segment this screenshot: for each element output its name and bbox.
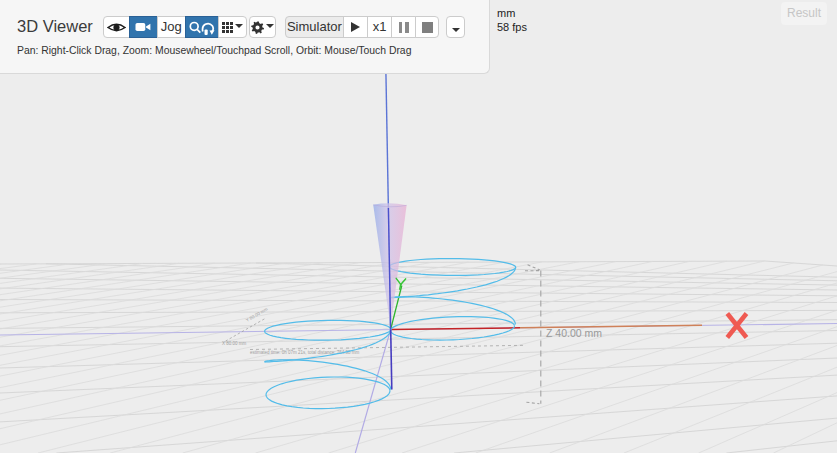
svg-text:Z 40.00 mm: Z 40.00 mm	[546, 327, 602, 339]
svg-text:X 80.00 mm: X 80.00 mm	[222, 341, 247, 346]
